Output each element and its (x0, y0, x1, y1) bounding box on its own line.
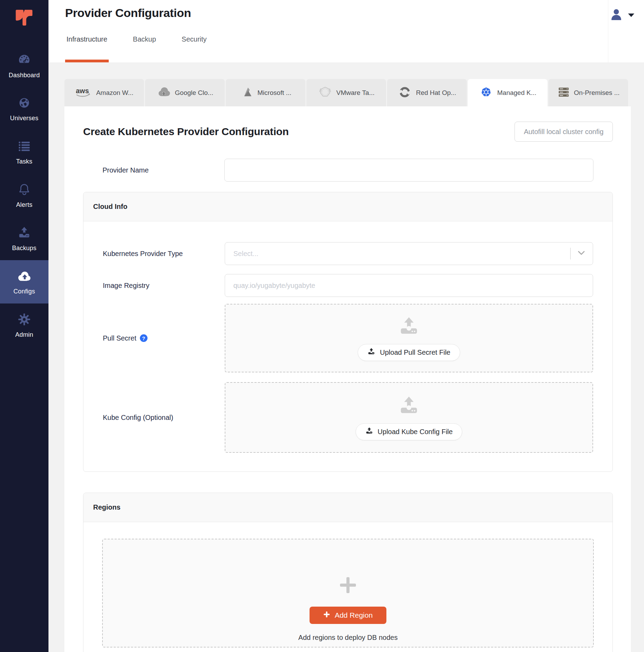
kube-config-label: Kube Config (Optional) (103, 414, 225, 422)
select-divider (570, 248, 571, 259)
provider-tab-gcp[interactable]: Google Clo... (145, 79, 225, 106)
pull-secret-row: Pull Secret ? (83, 304, 612, 372)
configs-icon (16, 269, 32, 285)
cloud-info-title: Cloud Info (83, 192, 612, 221)
provider-tab-label: Red Hat Op... (416, 89, 456, 97)
regions-title: Regions (83, 493, 612, 522)
upload-kube-config-button[interactable]: Upload Kube Config File (356, 423, 463, 440)
vmware-tanzu-icon (318, 85, 332, 101)
provider-tab-vmware-tanzu[interactable]: VMware Ta... (306, 79, 386, 106)
card-head: Create Kubernetes Provider Configuration… (83, 106, 613, 142)
aws-icon: aws (75, 87, 92, 99)
tasks-icon (17, 139, 32, 155)
regions-dropzone: Add Region Add regions to deploy DB node… (102, 539, 594, 647)
content-area: aws Amazon W... (48, 62, 644, 652)
provider-tab-managed-kubernetes[interactable]: Managed K... (468, 79, 547, 106)
image-registry-row: Image Registry (83, 274, 612, 297)
upload-icon (398, 316, 420, 338)
sidebar-item-label: Admin (15, 331, 33, 338)
sidebar-item-backups[interactable]: Backups (0, 217, 48, 260)
page-header: Provider Configuration Infrastructure Ba… (48, 0, 644, 62)
provider-tab-onprem[interactable]: On-Premises ... (548, 79, 628, 106)
sidebar-item-label: Dashboard (9, 72, 40, 79)
k8s-provider-type-select[interactable]: Select... (225, 242, 593, 265)
provider-tab-aws[interactable]: aws Amazon W... (64, 79, 144, 106)
tab-security[interactable]: Security (182, 35, 207, 62)
provider-tab-label: Managed K... (497, 89, 536, 97)
autofill-local-cluster-config-button[interactable]: Autofill local cluster config (515, 122, 613, 142)
chevron-down-icon (628, 14, 634, 17)
sidebar-item-configs[interactable]: Configs (0, 260, 48, 303)
provider-tab-label: Amazon W... (96, 89, 134, 97)
alerts-icon (17, 182, 32, 198)
upload-icon (398, 395, 420, 418)
user-icon (610, 8, 623, 22)
cloud-info-body: Kubernetes Provider Type Select... (83, 221, 612, 472)
sidebar: Dashboard Universes (0, 0, 48, 652)
plus-icon (338, 575, 358, 596)
sidebar-item-tasks[interactable]: Tasks (0, 130, 48, 174)
provider-name-label: Provider Name (102, 166, 224, 174)
help-icon[interactable]: ? (140, 334, 147, 342)
provider-tab-openshift[interactable]: Red Hat Op... (387, 79, 467, 106)
sidebar-item-label: Tasks (16, 158, 32, 165)
kube-config-dropzone[interactable]: Upload Kube Config File (225, 382, 593, 453)
provider-config-card: Create Kubernetes Provider Configuration… (64, 106, 631, 652)
add-region-button[interactable]: Add Region (310, 607, 387, 624)
page-title: Provider Configuration (65, 6, 191, 20)
upload-pull-secret-label: Upload Pull Secret File (380, 349, 450, 356)
sidebar-item-admin[interactable]: Admin (0, 303, 48, 347)
yugabyte-logo[interactable] (0, 0, 48, 35)
regions-panel: Regions (83, 493, 613, 652)
upload-kube-config-label: Upload Kube Config File (378, 428, 453, 436)
pull-secret-label-text: Pull Secret (103, 334, 136, 342)
tab-infrastructure[interactable]: Infrastructure (66, 35, 107, 62)
plus-icon (323, 611, 330, 619)
regions-body: Add Region Add regions to deploy DB node… (83, 522, 612, 652)
universes-icon (17, 96, 32, 112)
upload-icon (367, 347, 375, 357)
chevron-down-icon (578, 250, 585, 257)
add-region-label: Add Region (335, 611, 373, 619)
provider-tab-azure[interactable]: Microsoft ... (226, 79, 305, 106)
header-divider (608, 0, 608, 62)
tab-backup[interactable]: Backup (133, 35, 156, 62)
pull-secret-dropzone[interactable]: Upload Pull Secret File (225, 304, 593, 372)
upload-pull-secret-button[interactable]: Upload Pull Secret File (358, 344, 460, 361)
kube-config-row: Kube Config (Optional) (83, 382, 612, 453)
pull-secret-label: Pull Secret ? (103, 334, 225, 342)
sidebar-item-label: Universes (10, 115, 38, 122)
form-heading: Create Kubernetes Provider Configuration (83, 126, 289, 138)
kubernetes-icon (479, 85, 493, 101)
regions-helper-text: Add regions to deploy DB nodes (298, 634, 398, 642)
k8s-provider-type-row: Kubernetes Provider Type Select... (83, 242, 612, 265)
google-cloud-icon (156, 85, 171, 101)
sidebar-nav: Dashboard Universes (0, 35, 48, 347)
redhat-openshift-icon (397, 85, 412, 101)
image-registry-input[interactable] (225, 274, 593, 297)
svg-text:aws: aws (76, 87, 89, 95)
main-area: Provider Configuration Infrastructure Ba… (48, 0, 644, 652)
provider-name-input[interactable] (224, 159, 593, 182)
top-tabs: Infrastructure Backup Security (66, 35, 207, 62)
cloud-info-panel: Cloud Info Kubernetes Provider Type Sele… (83, 192, 613, 472)
provider-tab-label: On-Premises ... (574, 89, 620, 97)
user-menu[interactable] (610, 8, 634, 22)
provider-name-row: Provider Name (83, 159, 613, 182)
sidebar-item-label: Configs (14, 288, 35, 295)
sidebar-item-alerts[interactable]: Alerts (0, 174, 48, 217)
provider-tab-label: Microsoft ... (257, 89, 291, 97)
select-placeholder: Select... (233, 250, 258, 258)
admin-icon (17, 312, 32, 328)
image-registry-label: Image Registry (103, 282, 225, 290)
sidebar-item-dashboard[interactable]: Dashboard (0, 44, 48, 87)
sidebar-item-label: Alerts (16, 201, 32, 209)
sidebar-item-universes[interactable]: Universes (0, 87, 48, 130)
yugabyte-logo-icon (14, 8, 35, 30)
provider-tab-label: Google Clo... (175, 89, 213, 97)
upload-icon (365, 427, 373, 437)
app-root: Dashboard Universes (0, 0, 644, 652)
provider-tab-label: VMware Ta... (336, 89, 375, 97)
backups-icon (17, 226, 32, 241)
sidebar-item-label: Backups (12, 245, 36, 252)
